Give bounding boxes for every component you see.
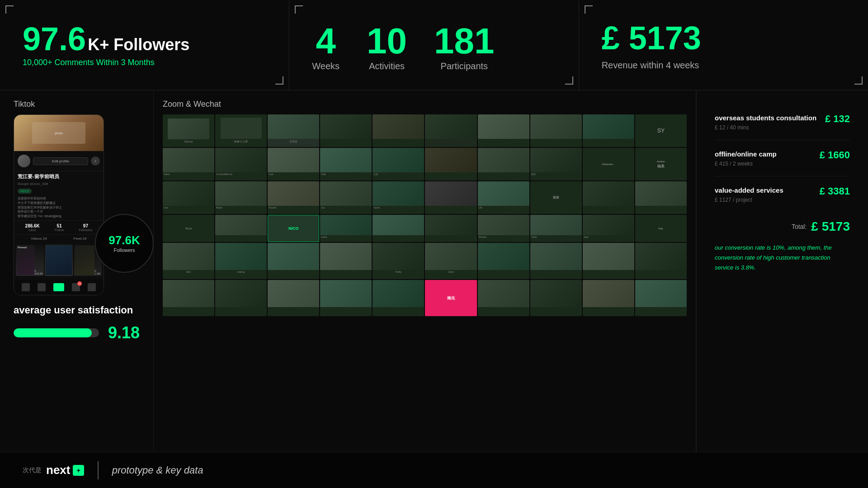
conversion-end: . [754, 264, 756, 271]
rev-amount-1: £ 132 [825, 113, 850, 125]
zoom-n-7 [478, 243, 529, 279]
rev-amount-3: £ 3381 [820, 185, 850, 197]
zoom-cell-3-9 [583, 181, 634, 214]
profile-icon: + [91, 156, 100, 166]
bio-line-4: 把学设计更一个月 [18, 209, 100, 214]
followers-number: 97.6 [23, 23, 86, 55]
profile-bio: 深度留学学原创内容 中介不下留情通防无醛搬运 英国皇家艺术学院服务设计研土 把学… [14, 194, 104, 220]
revenue-items-list: overseas students consultation £ 12 / 40… [715, 104, 850, 212]
main-container: 97.6 K+ Followers 10,000+ Comments Withi… [0, 0, 868, 488]
zoom-cell-2-2: Combustible Ice [215, 148, 267, 180]
zoom-cell-1-1: Denise [163, 114, 214, 147]
activities-section: 4 Weeks 10 Activities 181 Participants [289, 0, 578, 90]
videos-tab[interactable]: Videos 29 [31, 237, 47, 241]
zoom-b-1 [163, 280, 214, 316]
video-thumb-2[interactable] [45, 244, 73, 276]
zoom-cell-2-5: 大湿 [373, 148, 424, 180]
overlay-followers-label: Followers [113, 247, 135, 253]
satisfaction-score: 9.18 [108, 323, 140, 342]
participants-label: Participants [441, 61, 488, 71]
zoom-cell-2-3: Arya [268, 148, 319, 180]
zoom-b-7 [478, 280, 529, 316]
zoom-sp-2 [215, 215, 267, 242]
video-thumbnails-row: Pinned D 628.8K D 1.3M [14, 242, 104, 278]
bio-line-2: 中介不下留情通防无醛搬运 [18, 201, 100, 205]
zoom-n-2: jwang [215, 243, 267, 279]
zoom-row-special: Ta.Le NiCO Leslie [163, 215, 687, 242]
tiktok-top-image: photo [14, 115, 104, 151]
zoom-b-6-highlight: 南生 [425, 280, 476, 316]
zoom-n-5: Kelly [373, 243, 424, 279]
zoom-cell-2-7 [478, 148, 529, 180]
revenue-item-3: value-added services £ 1127 / project £ … [715, 176, 850, 212]
conversion-rate2: 3.8% [741, 264, 755, 271]
zoom-cell-3-8: 聚聚 [530, 181, 582, 214]
conversion-text: our conversion rate is 10%, among them, … [715, 243, 850, 273]
zoom-cell-1-5 [373, 114, 424, 147]
zoom-cell-3-5: Sarah [373, 181, 424, 214]
zoom-row-named: tian jwang Kelly Jane [163, 243, 687, 279]
likes-stat: 286.6K Likes [25, 223, 40, 232]
rev-detail-1: £ 12 / 40 mins [715, 124, 816, 131]
rev-detail-2: £ 415 / 2 weeks [715, 161, 777, 167]
nav-create[interactable] [53, 283, 64, 291]
zoom-cell-3-2: Mopie [215, 181, 267, 214]
zoom-sp-8: Turbo [530, 215, 582, 242]
rev-name-1: overseas students consultation [715, 113, 816, 123]
revenue-section: overseas students consultation £ 12 / 40… [696, 90, 868, 452]
conversion-prefix: our conversion rate is [715, 244, 773, 251]
tiktok-title: Tiktok [14, 99, 140, 109]
total-amount: £ 5173 [811, 219, 850, 234]
zoom-b-5 [373, 280, 424, 316]
zoom-cell-1-9 [583, 114, 634, 147]
satisfaction-section: average user satisfaction 9.18 [14, 295, 140, 342]
profile-name: 荒江要-留学前哨员 [14, 171, 104, 182]
zoom-cell-2-1: Saber [163, 148, 214, 180]
zoom-cell-3-7: Life [478, 181, 529, 214]
followers-overlay-circle: 97.6K Followers [95, 214, 154, 273]
conversion-rate: 10% [773, 244, 784, 251]
zoom-n-10 [635, 243, 687, 279]
zoom-section: Zoom & Wechat Denise 铁拳小上胖 王研议 [154, 90, 696, 452]
zoom-sp-4: Leslie [320, 215, 372, 242]
followers-subtitle: 10,000+ Comments Within 3 Months [23, 58, 266, 67]
zoom-n-6: Jane [425, 243, 476, 279]
zoom-cell-3-1: Lise [163, 181, 214, 214]
logo-text: next [46, 463, 70, 477]
video-thumb-1[interactable]: Pinned D 628.8K [16, 244, 44, 276]
revenue-label: Revenue within 4 weeks [602, 60, 845, 71]
content-area: Tiktok photo Edit profile + [0, 90, 868, 452]
zoom-b-10 [635, 280, 687, 316]
satisfaction-bar-bg [14, 328, 99, 337]
chinese-chars: 次代是 [23, 466, 42, 474]
edit-profile-btn[interactable]: Edit profile [33, 157, 88, 165]
merch-tag[interactable]: Merch [18, 189, 32, 194]
feed-tab[interactable]: Feed 20 [73, 237, 86, 241]
total-label: Total: [792, 223, 807, 230]
zoom-cell-1-10: SY [635, 114, 687, 147]
zoom-cell-2-9: Ultraman... [583, 148, 634, 180]
nav-discover[interactable] [38, 283, 46, 291]
nav-home[interactable] [22, 283, 30, 291]
zoom-sp-9: Jane [583, 215, 634, 242]
nav-profile[interactable] [88, 283, 96, 291]
bio-line-5: 留学建议交流 +vx: shuangjiang [18, 214, 100, 218]
nav-notifications[interactable]: 21 [72, 283, 80, 291]
followers-section: 97.6 K+ Followers 10,000+ Comments Withi… [0, 0, 289, 90]
zoom-b-4 [320, 280, 372, 316]
followers-count-stat: 97 Followers [79, 223, 92, 232]
rev-item-info-2: offline/online camp £ 415 / 2 weeks [715, 149, 777, 167]
revenue-total-row: Total: £ 5173 [715, 212, 850, 234]
weeks-stat: 4 Weeks [312, 23, 340, 71]
zoom-cell-3-10 [635, 181, 687, 214]
zoom-cell-1-6 [425, 114, 476, 147]
zoom-n-4 [320, 243, 372, 279]
satisfaction-title: average user satisfaction [14, 304, 140, 316]
zoom-cell-1-7 [478, 114, 529, 147]
zoom-row-bottom: 南生 [163, 280, 687, 316]
zoom-cell-2-4: King [320, 148, 372, 180]
profile-tabs: Videos 29 Feed 20 [14, 235, 104, 242]
activities-label: Activities [369, 61, 405, 71]
zoom-b-3 [268, 280, 319, 316]
profile-row: Edit profile + [14, 151, 104, 171]
